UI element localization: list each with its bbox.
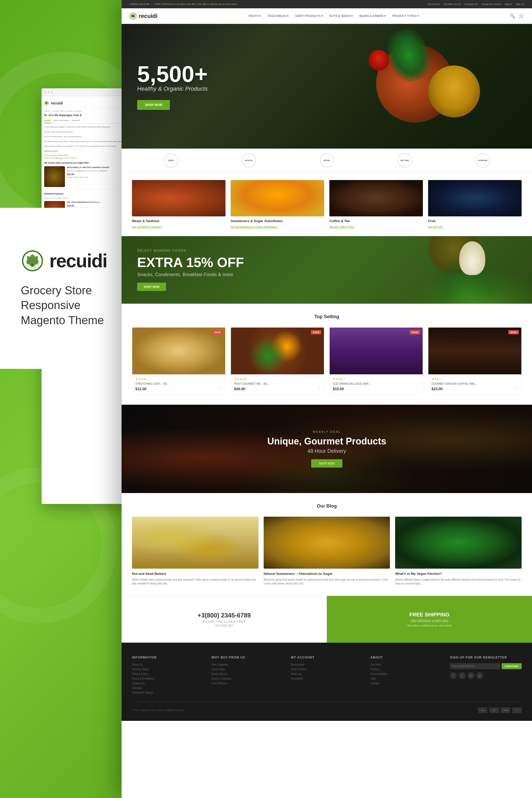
footer-links-information: About Us Delivery Policy Privacy Policy … — [132, 663, 204, 694]
product-wishlist-1[interactable]: ♡ — [219, 387, 222, 391]
top-link-compare[interactable]: Compare (0) — [464, 3, 478, 5]
back-product-img-1 — [44, 166, 65, 187]
footer-link-our-story[interactable]: Our Story — [370, 663, 442, 666]
cart-icon[interactable]: 🛒 — [519, 14, 524, 18]
nav-logo[interactable]: recuidi — [129, 13, 157, 20]
category-link-fruit[interactable]: See all Fruit › — [428, 226, 521, 228]
product-badge-1: SALE — [212, 330, 223, 334]
top-link-signin[interactable]: Sign In — [505, 3, 512, 5]
product-wishlist-3[interactable]: ♡ — [416, 387, 419, 391]
footer-link-contact-2[interactable]: Contact — [370, 682, 442, 685]
search-icon[interactable]: 🔍 — [510, 14, 515, 18]
product-img-1: SALE — [132, 327, 225, 374]
footer-link-great-value[interactable]: Great Value — [211, 668, 283, 671]
hero-number: 5,500+ — [137, 63, 208, 86]
category-name-coffee: Coffee & Tea — [329, 219, 423, 223]
nav-item-fruits[interactable]: FRUITS ▾ — [249, 14, 261, 18]
footer-link-about[interactable]: About Us — [132, 663, 204, 666]
footer-email-input[interactable] — [450, 663, 500, 669]
social-instagram-icon[interactable]: in — [468, 672, 474, 679]
blog-section: Our Blog Nut and Seed Butters What is be… — [121, 493, 532, 596]
brand-circle-3: BRAND — [320, 153, 334, 168]
nav-item-product-types[interactable]: PRODUCT TYPES ▾ — [392, 14, 419, 18]
footer-link-contact[interactable]: Contact Us — [132, 682, 204, 685]
shipping-subtitle: ON ORDERS OVER $50 — [411, 619, 448, 623]
footer-link-returns[interactable]: Easy Returns — [211, 682, 283, 685]
product-badge-3: SALE — [410, 330, 420, 334]
footer-link-newsletter-2[interactable]: Newsletter — [291, 677, 363, 680]
footer-link-privacy[interactable]: Privacy Policy — [132, 672, 204, 676]
footer-col-about: ABOUT Our Story Partners Press & Media J… — [370, 656, 442, 694]
hero-section: 5,500+ Healthy & Organic Products SHOP N… — [121, 24, 532, 149]
footer-link-jobs[interactable]: Jobs — [370, 677, 442, 680]
product-img-4: SALE — [429, 327, 521, 374]
product-card-4: SALE ★★★☆☆ GOURMET GROUND COFFEE TABL...… — [428, 327, 521, 394]
product-price-row-3: $15.00 ♡ — [333, 387, 419, 391]
back-tab-details[interactable]: Details — [44, 118, 51, 123]
product-info-2: ★★★★★ FRUIT GOURMET WD... BE... $45.00 ♡ — [231, 374, 324, 394]
blog-title-1: Nut and Seed Butters — [132, 572, 259, 576]
footer-link-wish-list[interactable]: Wish List — [291, 672, 363, 676]
footer-links-my-account: My Account Order History Wish List Newsl… — [291, 663, 363, 680]
top-link-account[interactable]: My Account — [428, 3, 440, 5]
back-tab-reviews[interactable]: Reviews — [72, 118, 80, 123]
footer-link-order-history[interactable]: Order History — [291, 668, 363, 671]
social-pinterest-icon[interactable]: p — [476, 672, 483, 679]
footer-link-terms[interactable]: Terms & Conditions — [132, 677, 204, 680]
category-link-coffee[interactable]: See all Coffee & Tea › — [329, 226, 423, 228]
footer-subscribe-button[interactable]: SUBSCRIBE — [501, 663, 521, 669]
category-link-sweeteners[interactable]: See all Sweeteners & Sugar Substitutes › — [231, 226, 324, 228]
footer-link-partners[interactable]: Partners — [370, 668, 442, 671]
top-link-create[interactable]: Create an Account — [481, 3, 501, 5]
hero-headline: Healthy & Organic Products — [137, 86, 208, 92]
top-link-signup[interactable]: Sign Up — [516, 3, 524, 5]
brand-tagline: Grocery Store Responsive Magento Theme — [21, 283, 104, 327]
category-link-meats[interactable]: See all Meats & Seafood › — [132, 226, 226, 228]
footer-link-press[interactable]: Press & Media — [370, 672, 442, 676]
social-facebook-icon[interactable]: f — [450, 672, 457, 679]
category-card-coffee: Coffee & Tea See all Coffee & Tea › — [329, 180, 423, 228]
nav-item-nuts[interactable]: NUTS & SEEDS ▾ — [330, 14, 353, 18]
footer-col-information: INFORMATION About Us Delivery Policy Pri… — [132, 656, 204, 694]
deal-shop-now-button[interactable]: SHOP NOW — [311, 459, 343, 468]
nav-logo-icon — [129, 13, 137, 20]
nav-item-beans[interactable]: BEANS & GRAINS ▾ — [359, 14, 386, 18]
product-stars-4: ★★★☆☆ — [432, 377, 518, 381]
brand-icon — [21, 249, 44, 272]
nav-item-vegetables[interactable]: VEGETABLES ▾ — [268, 14, 289, 18]
footer-link-secure[interactable]: Secure Checkout — [211, 677, 283, 680]
top-info-right: My Account My Wish List (0) Compare (0) … — [428, 3, 524, 5]
footer-col-title-my-account: MY ACCOUNT — [291, 656, 363, 659]
footer-link-delivery[interactable]: Delivery Policy — [132, 668, 204, 671]
footer-link-newsletter[interactable]: Newsletter Signup — [132, 691, 204, 694]
contact-right: FREE SHIPPING ON ORDERS OVER $50 This of… — [327, 596, 532, 643]
product-info-1: ★★★★☆ STRETCHING LENTI... NO... $12.00 ♡ — [132, 374, 225, 394]
footer-link-expert-advice[interactable]: Expert Advice — [211, 672, 283, 676]
back-logo-text: recuidi — [51, 101, 63, 105]
brand-bigtree: BIG TREE — [398, 155, 412, 166]
hero-content: 5,500+ Healthy & Organic Products SHOP N… — [121, 47, 223, 126]
brand-bragg: BRAGG — [242, 155, 256, 166]
product-wishlist-4[interactable]: ♡ — [515, 387, 518, 391]
promo-label: SELECT BONOMO FOODS — [137, 249, 244, 252]
footer-link-sitemap[interactable]: Sitemap — [132, 687, 204, 689]
product-wishlist-2[interactable]: ♡ — [318, 387, 321, 391]
social-twitter-icon[interactable]: t — [459, 672, 466, 679]
footer-link-my-account[interactable]: My Account — [291, 663, 363, 666]
dark-footer: INFORMATION About Us Delivery Policy Pri… — [121, 643, 532, 721]
nav-item-dairy[interactable]: DAIRY PRODUCTS ▾ — [295, 14, 323, 18]
product-info-4: ★★★☆☆ GOURMET GROUND COFFEE TABL... $23.… — [429, 374, 521, 394]
payment-amex: AMEX — [501, 707, 510, 713]
footer-link-free-shipping[interactable]: Free Shipping — [211, 663, 283, 666]
promo-shop-now-button[interactable]: SHOP NOW — [137, 283, 166, 291]
back-tab-info[interactable]: More Information — [54, 118, 69, 123]
promo-title: EXTRA 15% OFF — [137, 255, 244, 270]
hero-shop-now-button[interactable]: SHOP NOW — [137, 100, 170, 110]
brand-3: BRAND — [320, 155, 334, 166]
top-info-left: +8(800) 2345-6789 FREE SHIPPING on all o… — [129, 3, 238, 5]
product-price-1: $12.00 — [135, 387, 147, 391]
top-link-wishlist[interactable]: My Wish List (0) — [444, 3, 461, 5]
footer-bottom: © 2017 Magento Demo Store. All Rights Re… — [132, 702, 521, 713]
nav-logo-text: recuidi — [139, 13, 157, 19]
category-img-fruit — [428, 180, 521, 216]
